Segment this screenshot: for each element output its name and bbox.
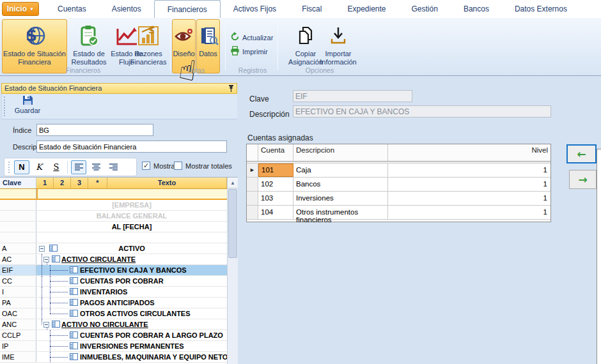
toolbar-drag-handle[interactable] xyxy=(8,162,10,173)
bold-button[interactable]: N xyxy=(14,160,29,174)
row-selector-cell[interactable] xyxy=(247,178,258,191)
row-clave-cell[interactable] xyxy=(0,222,36,232)
column-header-descripcion[interactable]: Descripcion xyxy=(293,144,388,161)
row-texto-cell[interactable]: INVERSIONES PERMANENTES xyxy=(36,341,227,351)
column-header-clave[interactable]: Clave xyxy=(0,178,36,188)
row-texto-cell[interactable] xyxy=(36,232,227,243)
statement-row-a[interactable]: AACTIVO xyxy=(0,243,227,254)
italic-button[interactable]: K xyxy=(31,160,47,174)
row-texto-cell[interactable]: CUENTAS POR COBRAR xyxy=(36,276,227,286)
row-clave-cell[interactable]: A xyxy=(0,243,36,254)
statement-row[interactable] xyxy=(0,232,227,243)
tab-gestión[interactable]: Gestión xyxy=(399,0,451,18)
column-header-1[interactable]: 1 xyxy=(36,178,54,188)
row-clave-cell[interactable]: ANC xyxy=(0,319,36,330)
underline-button[interactable]: S xyxy=(49,160,64,174)
row-clave-cell[interactable]: PA xyxy=(0,298,36,308)
row-clave-cell[interactable]: EIF xyxy=(0,265,36,275)
statement-row-ime[interactable]: IMEINMUEBLES, MAQUINARIA Y EQUIPO NETO xyxy=(0,352,227,363)
statement-row[interactable] xyxy=(0,189,227,200)
tab-asientos[interactable]: Asientos xyxy=(99,0,154,18)
account-row-104[interactable]: 104Otros instrumentos financieros1 xyxy=(247,206,550,220)
statement-row-ac[interactable]: ACACTIVO CIRCULANTE xyxy=(0,254,227,265)
statement-row-oac[interactable]: OACOTROS ACTIVOS CIRCULANTES xyxy=(0,308,227,319)
clave-field[interactable] xyxy=(293,90,412,102)
statement-row-i[interactable]: IINVENTARIOS xyxy=(0,287,227,298)
column-header-2[interactable]: 2 xyxy=(54,178,71,188)
column-header-3[interactable]: 3 xyxy=(71,178,88,188)
panel-title-bar[interactable]: Estado de Situación Financiera xyxy=(1,83,237,94)
inicio-menu-button[interactable]: Inicio ▼ xyxy=(2,2,39,16)
tab-datos-externos[interactable]: Datos Externos xyxy=(502,0,580,18)
scroll-up-icon[interactable]: ▲ xyxy=(228,178,238,188)
collapse-expander-icon[interactable] xyxy=(39,246,45,252)
descripcion-cell[interactable]: Caja xyxy=(293,163,388,177)
row-clave-cell[interactable]: IME xyxy=(0,352,36,362)
column-header-cuenta[interactable]: Cuenta xyxy=(258,144,293,161)
descripcion-field[interactable] xyxy=(293,105,551,118)
current-row-marker-icon[interactable]: ► xyxy=(247,163,258,177)
row-texto-cell[interactable] xyxy=(36,189,227,199)
column-header-nivel[interactable]: Nivel xyxy=(388,144,550,161)
column-header-star[interactable]: * xyxy=(88,178,107,188)
statement-row-cclp[interactable]: CCLPCUENTAS POR COBRAR A LARGO PLAZO xyxy=(0,330,227,341)
guardar-button[interactable]: Guardar xyxy=(10,95,45,118)
row-texto-cell[interactable]: OTROS ACTIVOS CIRCULANTES xyxy=(36,308,227,319)
toolbar-drag-handle[interactable] xyxy=(4,96,6,116)
nivel-cell[interactable]: 1 xyxy=(388,178,550,191)
row-texto-cell[interactable]: INVENTARIOS xyxy=(36,287,227,297)
row-clave-cell[interactable]: CCLP xyxy=(0,330,36,340)
row-clave-cell[interactable]: CC xyxy=(0,276,36,286)
account-row-103[interactable]: 103Inversiones1 xyxy=(247,192,550,206)
tab-expediente[interactable]: Expediente xyxy=(334,0,398,18)
row-clave-cell[interactable] xyxy=(0,211,36,221)
row-texto-cell[interactable]: [EMPRESA] xyxy=(36,200,227,210)
pin-icon[interactable] xyxy=(228,84,234,93)
row-texto-cell[interactable]: PAGOS ANTICIPADOS xyxy=(36,298,227,308)
account-row-101[interactable]: ►101Caja1 xyxy=(247,163,550,178)
statement-row[interactable]: BALANCE GENERAL xyxy=(0,211,227,222)
descripcion-cell[interactable]: Otros instrumentos financieros xyxy=(293,206,388,219)
tab-cuentas[interactable]: Cuentas xyxy=(45,0,99,18)
assign-account-left-button[interactable]: ← xyxy=(566,144,597,163)
row-clave-cell[interactable]: AC xyxy=(0,254,36,264)
row-texto-cell[interactable]: ACTIVO CIRCULANTE xyxy=(36,254,227,264)
statement-row-cc[interactable]: CCCUENTAS POR COBRAR xyxy=(0,276,227,287)
row-texto-cell[interactable]: AL [FECHA] xyxy=(36,222,227,232)
vertical-scrollbar[interactable]: ▲ xyxy=(227,178,238,364)
row-clave-cell[interactable] xyxy=(0,200,36,210)
align-left-button[interactable] xyxy=(71,160,86,174)
indice-input[interactable] xyxy=(36,124,153,136)
estado-situacion-financiera-button[interactable]: $ Estado de Situación Financiera xyxy=(2,19,67,73)
datos-button[interactable]: Datos xyxy=(196,19,220,73)
actualizar-button[interactable]: Actualizar xyxy=(230,32,273,43)
align-right-button[interactable] xyxy=(105,160,121,174)
row-clave-cell[interactable] xyxy=(0,232,36,243)
row-clave-cell[interactable]: I xyxy=(0,287,36,297)
collapse-expander-icon[interactable] xyxy=(43,257,49,262)
row-texto-cell[interactable]: INMUEBLES, MAQUINARIA Y EQUIPO NETO xyxy=(36,352,227,362)
cuenta-cell[interactable]: 101 xyxy=(258,163,293,177)
tab-bancos[interactable]: Bancos xyxy=(451,0,502,18)
statement-row-ip[interactable]: IPINVERSIONES PERMANENTES xyxy=(0,341,227,352)
row-texto-cell[interactable]: EFECTIVO EN CAJA Y BANCOS xyxy=(36,265,227,275)
mostrar-checkbox[interactable]: ✓ xyxy=(142,162,150,170)
descripcion-cell[interactable]: Inversiones xyxy=(293,192,388,205)
align-center-button[interactable] xyxy=(88,160,104,174)
nivel-cell[interactable]: 1 xyxy=(388,163,550,177)
collapse-expander-icon[interactable] xyxy=(43,322,49,328)
statement-row-eif[interactable]: EIFEFECTIVO EN CAJA Y BANCOS xyxy=(0,265,227,276)
tab-fiscal[interactable]: Fiscal xyxy=(289,0,334,18)
descripcion-input[interactable] xyxy=(36,140,227,153)
column-header-texto[interactable]: Texto xyxy=(107,178,227,188)
unassign-account-right-button[interactable]: → xyxy=(569,170,597,189)
row-texto-cell[interactable]: ACTIVO NO CIRCULANTE xyxy=(36,319,227,330)
tab-financieros[interactable]: Financieros xyxy=(154,0,221,18)
nivel-cell[interactable]: 1 xyxy=(388,192,550,205)
row-clave-cell[interactable] xyxy=(0,189,36,199)
row-clave-cell[interactable]: OAC xyxy=(0,308,36,319)
statement-row[interactable]: AL [FECHA] xyxy=(0,222,227,232)
mostrar-totales-checkbox[interactable] xyxy=(174,162,182,170)
row-selector-cell[interactable] xyxy=(247,206,258,219)
cuenta-cell[interactable]: 103 xyxy=(258,192,293,205)
